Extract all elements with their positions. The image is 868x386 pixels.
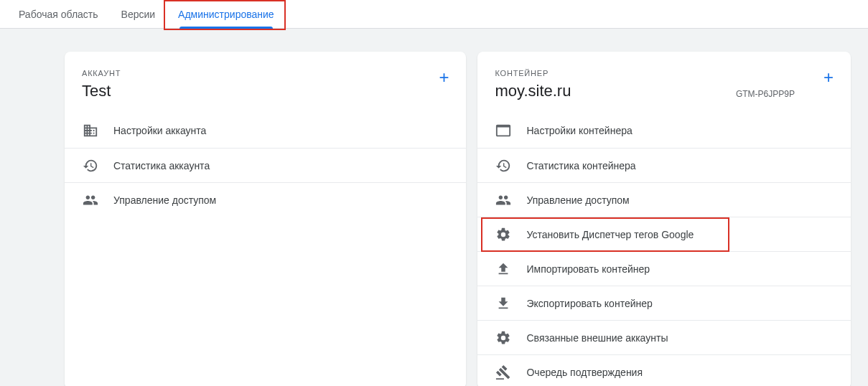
list-item-label: Очередь подтверждения (526, 367, 643, 378)
container-activity[interactable]: Статистика контейнера (477, 148, 851, 182)
list-item-label: Импортировать контейнер (526, 263, 650, 275)
list-item-label: Связанные внешние аккаунты (526, 332, 668, 344)
approval-queue[interactable]: Очередь подтверждения (477, 354, 851, 386)
account-title: Test (82, 82, 121, 100)
list-item-label: Установить Диспетчер тегов Google (526, 229, 694, 240)
add-account-button[interactable]: + (439, 69, 449, 86)
container-id: GTM-P6JPP9P (736, 89, 795, 99)
list-item-label: Управление доступом (526, 194, 629, 206)
list-item-label: Настройки контейнера (526, 125, 632, 136)
history-icon (495, 157, 512, 174)
gear-icon (495, 226, 512, 243)
list-item-label: Управление доступом (113, 194, 216, 206)
add-container-button[interactable]: + (823, 69, 834, 86)
tab-admin[interactable]: Администрирование (167, 0, 286, 29)
tab-workspace[interactable]: Рабочая область (7, 0, 110, 29)
external-account-links[interactable]: Связанные внешние аккаунты (477, 320, 851, 354)
account-section-label: АККАУНТ (82, 69, 121, 77)
list-item-label: Статистика аккаунта (113, 160, 210, 171)
webpage-icon (495, 122, 512, 139)
container-card: КОНТЕЙНЕР moy.site.ru GTM-P6JPP9P + Наст… (477, 52, 851, 386)
domain-icon (82, 122, 99, 139)
download-icon (495, 295, 512, 312)
list-item-label: Настройки аккаунта (113, 125, 206, 136)
people-icon (495, 192, 512, 209)
container-section-label: КОНТЕЙНЕР (495, 69, 823, 77)
account-card: АККАУНТ Test + Настройки аккаунта Статис… (65, 52, 466, 386)
top-tabs: Рабочая область Версии Администрирование (0, 0, 868, 29)
list-item-label: Экспортировать контейнер (526, 298, 652, 309)
export-container[interactable]: Экспортировать контейнер (477, 286, 851, 320)
import-container[interactable]: Импортировать контейнер (477, 251, 851, 286)
gear-icon (495, 329, 512, 347)
container-title: moy.site.ru (495, 82, 571, 100)
install-gtm[interactable]: Установить Диспетчер тегов Google (477, 217, 851, 251)
history-icon (82, 157, 99, 174)
container-settings[interactable]: Настройки контейнера (477, 113, 851, 148)
account-settings[interactable]: Настройки аккаунта (65, 113, 466, 148)
people-icon (82, 192, 99, 209)
account-activity[interactable]: Статистика аккаунта (65, 148, 466, 182)
list-item-label: Статистика контейнера (526, 160, 635, 171)
account-user-management[interactable]: Управление доступом (65, 182, 466, 217)
container-user-management[interactable]: Управление доступом (477, 182, 851, 217)
tab-versions[interactable]: Версии (110, 0, 167, 29)
upload-icon (495, 260, 512, 278)
gavel-icon (495, 364, 512, 381)
